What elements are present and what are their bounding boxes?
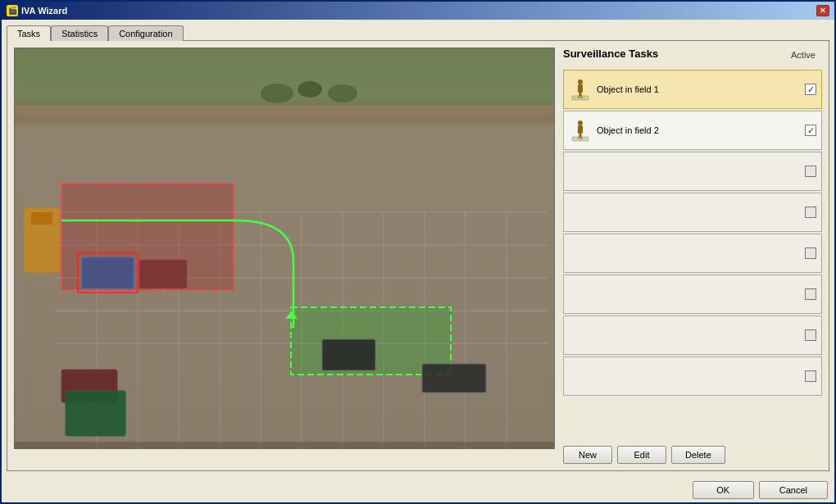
svg-point-39 (578, 120, 583, 125)
cancel-button[interactable]: Cancel (759, 481, 828, 499)
task-icon-2 (569, 117, 592, 143)
tab-tasks[interactable]: Tasks (7, 25, 51, 41)
svg-rect-43 (572, 137, 588, 141)
tab-content: Surveillance Tasks Active (7, 40, 829, 471)
task-icon-3 (569, 158, 592, 184)
task-row-7[interactable] (563, 316, 822, 355)
new-button[interactable]: New (563, 446, 612, 464)
person-field-icon-2 (570, 119, 590, 142)
scene-background (15, 48, 554, 448)
task-icon-8 (569, 363, 592, 389)
task-icon-6 (569, 281, 592, 307)
task-icon-4 (569, 199, 592, 225)
task-icon-5 (569, 240, 592, 266)
task-checkbox-1[interactable] (805, 84, 816, 95)
task-icon-1 (569, 76, 592, 102)
task-row-8[interactable] (563, 356, 822, 396)
edit-button[interactable]: Edit (617, 446, 666, 464)
camera-view (14, 48, 555, 449)
task-checkbox-2[interactable] (805, 125, 816, 136)
surveillance-title: Surveillance Tasks (563, 48, 658, 60)
task-checkbox-3[interactable] (805, 166, 816, 177)
window-title: IVA Wizard (21, 6, 67, 16)
task-checkbox-4[interactable] (805, 207, 816, 218)
task-checkbox-6[interactable] (805, 288, 816, 300)
app-icon: 🎬 (7, 5, 18, 16)
right-panel: Surveillance Tasks Active (563, 48, 822, 464)
tab-configuration[interactable]: Configuration (108, 25, 183, 41)
svg-rect-38 (572, 96, 588, 100)
task-row-5[interactable] (563, 234, 822, 273)
task-row-3[interactable] (563, 152, 822, 191)
active-label: Active (791, 50, 816, 60)
ok-button[interactable]: OK (693, 481, 754, 499)
main-content: Tasks Statistics Configuration (2, 20, 834, 476)
main-window: 🎬 IVA Wizard ✕ Tasks Statistics Configur… (0, 0, 836, 504)
tab-statistics[interactable]: Statistics (51, 25, 108, 41)
person-field-icon-1 (570, 78, 590, 101)
delete-button[interactable]: Delete (671, 446, 725, 464)
task-icon-7 (569, 322, 592, 348)
tasks-header: Surveillance Tasks Active (563, 48, 822, 61)
bottom-bar: OK Cancel (2, 476, 834, 502)
tab-bar: Tasks Statistics Configuration (7, 25, 829, 40)
svg-rect-40 (578, 125, 583, 134)
task-row-1[interactable]: Object in field 1 (563, 70, 822, 109)
task-checkbox-8[interactable] (805, 370, 816, 382)
task-row-2[interactable]: Object in field 2 (563, 111, 822, 150)
task-name-2: Object in field 2 (597, 125, 800, 135)
titlebar: 🎬 IVA Wizard ✕ (2, 2, 834, 20)
task-name-1: Object in field 1 (597, 84, 800, 94)
svg-rect-35 (578, 84, 583, 93)
task-checkbox-7[interactable] (805, 329, 816, 341)
close-button[interactable]: ✕ (816, 5, 829, 16)
task-row-6[interactable] (563, 275, 822, 314)
tasks-list: Object in field 1 (563, 70, 822, 438)
task-row-4[interactable] (563, 193, 822, 232)
action-buttons: New Edit Delete (563, 443, 822, 464)
task-checkbox-5[interactable] (805, 247, 816, 259)
titlebar-left: 🎬 IVA Wizard (7, 5, 67, 16)
svg-point-34 (578, 79, 583, 84)
